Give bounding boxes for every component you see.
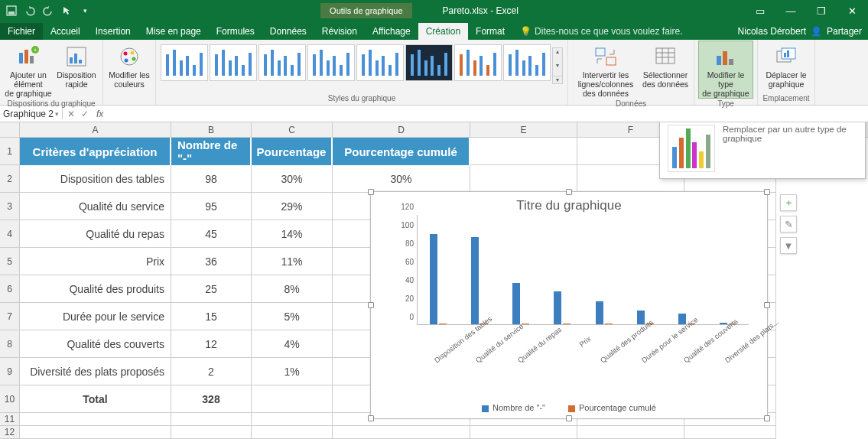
cell[interactable]: 1%	[252, 358, 333, 385]
cell[interactable]	[20, 426, 171, 439]
row-header[interactable]: 11	[0, 413, 20, 426]
change-colors-button[interactable]: Modifier les couleurs	[108, 41, 151, 89]
row-header[interactable]: 2	[0, 165, 20, 193]
cell[interactable]: 95	[171, 193, 252, 220]
cell[interactable]: Pourcentage	[252, 138, 333, 165]
close-icon[interactable]: ✕	[840, 5, 863, 17]
row-header[interactable]: 12	[0, 426, 20, 439]
row-header[interactable]: 10	[0, 385, 20, 413]
cell[interactable]: 14%	[252, 220, 333, 248]
ribbon-display-icon[interactable]: ▭	[749, 5, 772, 17]
cell[interactable]	[20, 413, 171, 426]
menu-accueil[interactable]: Accueil	[43, 23, 88, 40]
cell[interactable]: 328	[171, 385, 252, 413]
menu-file[interactable]: Fichier	[0, 23, 43, 40]
cell[interactable]: 36	[171, 248, 252, 275]
cell[interactable]: Qualité du service	[20, 193, 171, 220]
gallery-scroll[interactable]: ▴▾▾	[552, 47, 563, 84]
cell[interactable]: 5%	[252, 303, 333, 330]
chart-style-4[interactable]	[307, 44, 355, 81]
cell[interactable]: Total	[20, 385, 171, 413]
tell-me-search[interactable]: 💡 Dites-nous ce que vous voulez faire.	[512, 23, 690, 40]
cell[interactable]	[470, 426, 577, 439]
embedded-chart[interactable]: Titre du graphique 020406080100120 Dispo…	[370, 191, 768, 419]
user-name[interactable]: Nicolas Dérobert	[738, 26, 806, 37]
cancel-formula-icon[interactable]: ✕	[67, 109, 75, 119]
col-header-b[interactable]: B	[171, 122, 252, 137]
chart-style-5[interactable]	[356, 44, 404, 81]
cell[interactable]: 30%	[252, 165, 333, 193]
cell[interactable]	[577, 426, 684, 439]
menu-format[interactable]: Format	[468, 23, 512, 40]
name-box[interactable]: Graphique 2 ▾	[0, 109, 63, 119]
cell[interactable]: 2	[171, 358, 252, 385]
chart-style-6[interactable]	[405, 44, 453, 81]
cell[interactable]	[470, 165, 577, 193]
row-header[interactable]: 3	[0, 193, 20, 220]
col-header-c[interactable]: C	[252, 122, 333, 137]
cell[interactable]: Critères d'appréciation	[20, 138, 171, 165]
cell[interactable]	[333, 426, 470, 439]
cell[interactable]	[252, 413, 333, 426]
row-header[interactable]: 7	[0, 303, 20, 330]
chart-style-gallery[interactable]: ▴▾▾	[161, 41, 563, 84]
cell[interactable]: Diversité des plats proposés	[20, 358, 171, 385]
col-header-d[interactable]: D	[333, 122, 470, 137]
chart-legend[interactable]: Nombre de "-" Pourcentage cumulé	[371, 403, 767, 412]
cell[interactable]: Qualité du repas	[20, 220, 171, 248]
chart-title[interactable]: Titre du graphique	[371, 192, 767, 215]
cursor-icon[interactable]	[61, 5, 72, 16]
cell[interactable]	[252, 385, 333, 413]
change-chart-type-button[interactable]: Modifier le type de graphique	[699, 41, 753, 98]
cell[interactable]: Qualité des produits	[20, 275, 171, 303]
row-header[interactable]: 1	[0, 138, 20, 165]
menu-creation[interactable]: Création	[418, 23, 468, 40]
chart-styles-button[interactable]: ✎	[780, 216, 797, 233]
add-chart-element-button[interactable]: + Ajouter un élément de graphique	[5, 41, 52, 98]
row-header[interactable]: 9	[0, 358, 20, 385]
share-button[interactable]: Partager	[827, 26, 862, 37]
chart-style-7[interactable]	[454, 44, 502, 81]
select-all-corner[interactable]	[0, 122, 20, 137]
cell[interactable]: Durée pour le service	[20, 303, 171, 330]
enter-formula-icon[interactable]: ✓	[81, 109, 89, 119]
cell[interactable]	[470, 138, 577, 165]
cell[interactable]: 25	[171, 275, 252, 303]
cell[interactable]	[684, 426, 776, 439]
save-icon[interactable]	[6, 5, 17, 16]
grid-area[interactable]: A B C D E F G 1Critères d'appréciationNo…	[0, 122, 868, 439]
chart-style-3[interactable]	[258, 44, 306, 81]
name-box-dropdown-icon[interactable]: ▾	[55, 110, 59, 118]
cell[interactable]	[171, 413, 252, 426]
cell[interactable]: 98	[171, 165, 252, 193]
qat-dropdown-icon[interactable]: ▾	[80, 5, 90, 16]
quick-layout-button[interactable]: Disposition rapide	[55, 41, 98, 89]
undo-icon[interactable]	[24, 5, 35, 16]
fx-icon[interactable]: fx	[93, 109, 106, 119]
cell[interactable]: Qualité des couverts	[20, 330, 171, 358]
restore-icon[interactable]: ❐	[810, 5, 833, 17]
col-header-e[interactable]: E	[470, 122, 577, 137]
redo-icon[interactable]	[43, 5, 54, 16]
minimize-icon[interactable]: —	[779, 5, 802, 17]
chart-elements-button[interactable]: ＋	[780, 194, 797, 211]
cell[interactable]: Prix	[20, 248, 171, 275]
move-chart-button[interactable]: Déplacer le graphique	[762, 41, 810, 89]
cell[interactable]: Pourcentage cumulé	[333, 138, 470, 165]
row-header[interactable]: 5	[0, 248, 20, 275]
cell[interactable]: 12	[171, 330, 252, 358]
cell[interactable]: 4%	[252, 330, 333, 358]
switch-row-column-button[interactable]: Intervertir les lignes/colonnes des donn…	[573, 41, 639, 98]
cell[interactable]: Nombre de "-"	[171, 138, 252, 165]
cell[interactable]	[171, 426, 252, 439]
menu-formules[interactable]: Formules	[209, 23, 262, 40]
row-header[interactable]: 6	[0, 275, 20, 303]
cell[interactable]: 15	[171, 303, 252, 330]
chart-style-1[interactable]	[161, 44, 208, 81]
cell[interactable]: 8%	[252, 275, 333, 303]
cell[interactable]: 30%	[333, 165, 470, 193]
col-header-a[interactable]: A	[20, 122, 171, 137]
menu-affichage[interactable]: Affichage	[365, 23, 418, 40]
cell[interactable]: 45	[171, 220, 252, 248]
chart-filters-button[interactable]: ▼	[780, 237, 797, 254]
